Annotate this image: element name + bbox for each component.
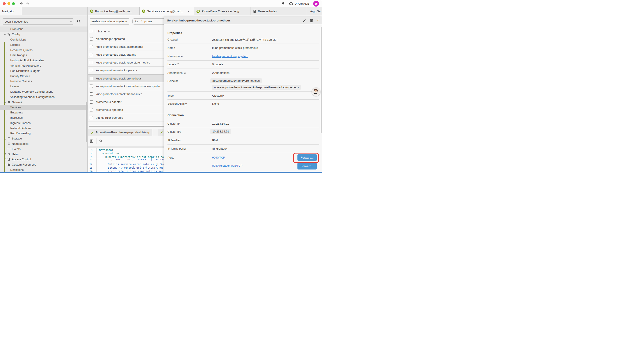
row-checkbox[interactable] (90, 92, 93, 96)
row-checkbox[interactable] (90, 108, 93, 111)
namespace-filter-select[interactable]: freeleaps-monitoring-system (89, 18, 130, 24)
detail-title: Service: kube-prometheus-stack-prometheu… (167, 19, 230, 22)
row-checkbox[interactable] (90, 100, 93, 104)
table-row[interactable]: kube-prometheus-stack-alertmanager (88, 43, 164, 51)
tab-close-icon[interactable]: × (188, 10, 190, 13)
port-link-8080[interactable]: 8080:reloader-web/TCP (212, 164, 242, 167)
namespace-link[interactable]: freeleaps-monitoring-system (212, 54, 248, 58)
detail-scrollbar[interactable] (321, 27, 322, 133)
traffic-light-minimize-icon[interactable] (8, 2, 10, 5)
forward-arrow-icon[interactable] (26, 1, 30, 6)
sidebar-item-mutating-webhook-configurations[interactable]: Mutating Webhook Configurations (0, 89, 88, 94)
service-detail-panel: Service: kube-prometheus-stack-prometheu… (164, 17, 322, 173)
sidebar-item-secrets[interactable]: Secrets (0, 42, 88, 47)
row-checkbox[interactable] (90, 53, 93, 56)
yaml-editor[interactable]: 3metadata: 4annotations: 5kubectl.kubern… (88, 148, 164, 173)
table-row[interactable]: kube-prometheus-stack-operator (88, 66, 164, 74)
forward-button-8080[interactable]: Forward... (298, 163, 317, 169)
sidebar-item-cron-jobs[interactable]: Cron Jobs (0, 26, 88, 32)
sidebar-item-storage[interactable]: Storage (0, 136, 88, 141)
sidebar-item-resource-quotas[interactable]: Resource Quotas (0, 47, 88, 52)
expand-sort-icon[interactable] (177, 63, 179, 66)
regex-toggle[interactable]: .* (140, 20, 142, 23)
table-row[interactable]: prometheus-operated (88, 106, 164, 114)
tab-services[interactable]: Services - icecheng@math... × (140, 7, 194, 15)
sidebar-item-validating-webhook-configurations[interactable]: Validating Webhook Configurations (0, 94, 88, 99)
document-icon (253, 9, 256, 13)
sidebar-item-pod-disruption-budgets[interactable]: Pod Disruption Budgets (0, 68, 88, 73)
avatar[interactable] (312, 88, 320, 96)
sidebar-item-namespaces[interactable]: Namespaces (0, 141, 88, 146)
sidebar-item-helm[interactable]: Helm (0, 152, 88, 157)
search-icon[interactable] (77, 19, 81, 23)
save-icon[interactable] (90, 139, 94, 143)
sidebar-item-ingresses[interactable]: Ingresses (0, 115, 88, 120)
table-row[interactable]: prometheus-adapter (88, 98, 164, 106)
column-header-name[interactable]: Name (98, 30, 110, 33)
traffic-light-close-icon[interactable] (3, 2, 6, 5)
port-link-9090[interactable]: 9090/TCP (212, 156, 225, 159)
close-icon[interactable]: × (317, 19, 319, 22)
sidebar-item-custom-resources[interactable]: Custom Resources (0, 162, 88, 167)
sidebar-item-priority-classes[interactable]: Priority Classes (0, 73, 88, 79)
window-titlebar: UPGRADE 15 (0, 0, 322, 7)
tab-release-notes[interactable]: Release Notes (251, 7, 306, 15)
labels-value[interactable]: 9 Labels (212, 63, 223, 66)
sidebar-item-access-control[interactable]: Access Control (0, 157, 88, 162)
row-checkbox[interactable] (90, 84, 93, 88)
back-arrow-icon[interactable] (19, 1, 24, 6)
kubernetes-icon (90, 9, 94, 13)
table-row-selected[interactable]: kube-prometheus-stack-prometheus (88, 74, 164, 82)
row-checkbox[interactable] (90, 37, 93, 40)
sidebar-item-config-maps[interactable]: Config Maps (0, 37, 88, 42)
sidebar-item-definitions[interactable]: Definitions (0, 167, 88, 173)
sidebar-item-services[interactable]: Services (0, 105, 88, 110)
search-icon[interactable] (99, 139, 102, 143)
editor-tab-partial[interactable] (158, 129, 164, 136)
name-search-input[interactable]: Aa .* prome (132, 18, 164, 24)
match-case-toggle[interactable]: Aa (135, 20, 138, 23)
sidebar-item-network-policies[interactable]: Network Policies (0, 125, 88, 131)
notification-badge[interactable]: 15 (313, 1, 319, 6)
sidebar-item-port-forwarding[interactable]: Port Forwarding (0, 131, 88, 136)
table-row[interactable]: kube-prometheus-stack-prometheus-node-ex… (88, 82, 164, 90)
horizontal-scrollbar[interactable] (89, 126, 164, 127)
table-row[interactable]: kube-prometheus-stack-thanos-ruler (88, 90, 164, 98)
table-row[interactable]: kube-prometheus-stack-kube-state-metrics (88, 59, 164, 66)
sidebar-item-runtime-classes[interactable]: Runtime Classes (0, 79, 88, 84)
kubeconfig-selector[interactable]: Local Kubeconfigs (2, 18, 74, 24)
row-checkbox[interactable] (90, 116, 93, 119)
sidebar-item-config[interactable]: Config (0, 32, 88, 37)
table-row[interactable]: thanos-ruler-operated (88, 114, 164, 122)
row-checkbox[interactable] (90, 61, 93, 64)
edit-icon[interactable] (303, 19, 306, 22)
tab-navigator[interactable]: Navigator (0, 7, 22, 15)
sidebar-item-endpoints[interactable]: Endpoints (0, 110, 88, 115)
sidebar-item-vertical-pod-autoscalers[interactable]: Vertical Pod Autoscalers (0, 63, 88, 68)
sidebar-scrollbar[interactable] (86, 102, 87, 142)
trash-icon[interactable] (310, 19, 313, 22)
tab-prometheus-rules[interactable]: Prometheus Rules - icecheng... (194, 7, 251, 15)
table-row[interactable]: alertmanager-operated (88, 35, 164, 43)
row-checkbox[interactable] (90, 45, 93, 48)
sidebar-item-horizontal-pod-autoscalers[interactable]: Horizontal Pod Autoscalers (0, 58, 88, 63)
runbook-url-link[interactable]: https://net (146, 166, 163, 169)
tab-argo[interactable]: Argo Se (306, 7, 322, 15)
layers-icon (7, 142, 10, 145)
bell-icon[interactable] (282, 2, 285, 6)
sidebar-item-events[interactable]: Events (0, 146, 88, 152)
upgrade-button[interactable]: UPGRADE (289, 2, 309, 5)
sidebar-item-network[interactable]: Network (0, 99, 88, 105)
sidebar-item-limit-ranges[interactable]: Limit Ranges (0, 52, 88, 58)
row-checkbox[interactable] (90, 69, 93, 72)
sidebar-item-leases[interactable]: Leases (0, 84, 88, 89)
traffic-light-maximize-icon[interactable] (12, 2, 15, 5)
editor-tab-prometheusrule[interactable]: PrometheusRule: freeleaps-prod-rabbitmq (88, 129, 152, 136)
sidebar-item-ingress-classes[interactable]: Ingress Classes (0, 120, 88, 125)
tab-pods[interactable]: Pods - icecheng@mathmas... (88, 7, 140, 15)
expand-sort-icon[interactable] (184, 71, 186, 74)
annotations-value[interactable]: 2 Annotations (212, 71, 230, 74)
table-row[interactable]: kube-prometheus-stack-grafana (88, 51, 164, 59)
select-all-checkbox[interactable] (90, 30, 93, 33)
row-checkbox[interactable] (90, 77, 93, 80)
